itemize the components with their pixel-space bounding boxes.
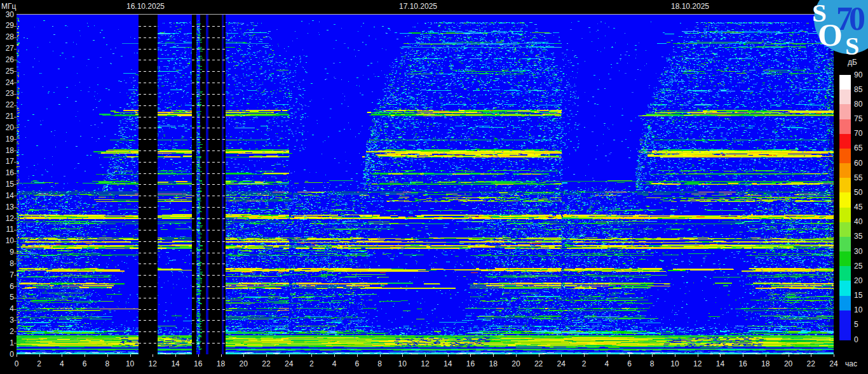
svg-text:S: S (845, 32, 859, 60)
svg-text:O: O (818, 17, 843, 53)
